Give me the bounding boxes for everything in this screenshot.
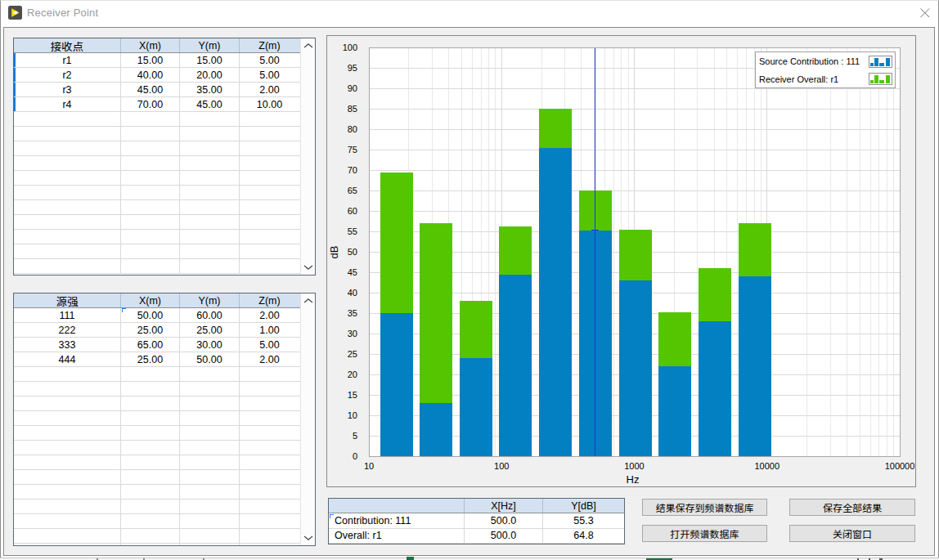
svg-text:35: 35 <box>348 308 357 318</box>
svg-text:10: 10 <box>348 410 357 420</box>
svg-text:15: 15 <box>348 390 357 400</box>
svg-text:95: 95 <box>348 63 357 73</box>
svg-text:100000: 100000 <box>885 461 915 471</box>
svg-text:60: 60 <box>348 206 357 216</box>
svg-text:90: 90 <box>348 83 357 93</box>
svg-text:85: 85 <box>348 104 357 114</box>
svg-text:70: 70 <box>348 165 357 175</box>
svg-text:55: 55 <box>348 226 357 236</box>
svg-text:80: 80 <box>348 124 357 134</box>
svg-text:20: 20 <box>348 370 357 379</box>
svg-text:100: 100 <box>343 43 357 52</box>
svg-text:40: 40 <box>348 288 357 298</box>
svg-text:0: 0 <box>353 451 357 461</box>
svg-text:65: 65 <box>348 186 357 195</box>
svg-text:45: 45 <box>348 267 357 277</box>
svg-text:10: 10 <box>364 461 374 471</box>
svg-text:100: 100 <box>494 461 509 471</box>
svg-text:Hz: Hz <box>627 473 640 486</box>
svg-text:10000: 10000 <box>755 461 780 471</box>
svg-text:30: 30 <box>348 329 357 338</box>
svg-text:1000: 1000 <box>624 461 644 471</box>
svg-text:50: 50 <box>348 247 357 257</box>
svg-text:5: 5 <box>353 431 357 441</box>
svg-text:dB: dB <box>328 246 340 259</box>
svg-text:25: 25 <box>348 349 357 359</box>
svg-text:75: 75 <box>348 145 357 155</box>
